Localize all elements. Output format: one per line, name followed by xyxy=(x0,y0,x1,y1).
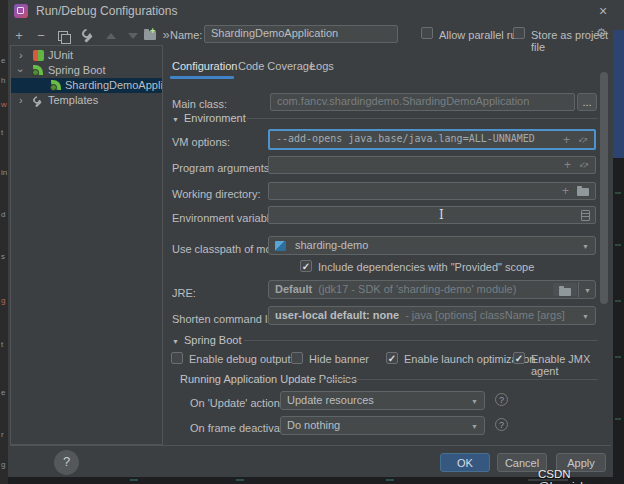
macro-add-icon[interactable]: + xyxy=(562,184,569,199)
underlying-scrollbar-strip xyxy=(613,30,624,158)
text-cursor-ibeam: I xyxy=(439,208,444,223)
underlying-editor-strip: ehw tind sgt erg xyxy=(0,0,8,484)
tab-code-coverage[interactable]: Code Coverage xyxy=(238,60,315,72)
main-class-input[interactable]: com.fancv.shardingdemo.ShardingDemoAppli… xyxy=(270,93,575,111)
on-update-action-select[interactable]: Update resources ▼ xyxy=(280,391,485,410)
vertical-scrollbar[interactable] xyxy=(600,72,608,304)
tree-item-label: Spring Boot xyxy=(48,63,105,78)
working-directory-input[interactable]: + xyxy=(268,182,596,200)
dropdown-arrow-icon: ▼ xyxy=(582,237,589,254)
spring-boot-section-title: Spring Boot xyxy=(184,334,241,346)
shorten-detail: - java [options] className [args] xyxy=(405,309,565,321)
tree-item-junit[interactable]: › JUnit xyxy=(11,48,162,63)
on-frame-deactivation-select[interactable]: Do nothing ▼ xyxy=(280,416,485,435)
store-as-project-file-checkbox[interactable] xyxy=(513,27,525,39)
chevron-down-icon[interactable]: › xyxy=(13,69,28,73)
browse-folder-icon[interactable] xyxy=(577,188,589,196)
move-down-icon[interactable] xyxy=(128,33,138,39)
tree-item-templates[interactable]: › Templates xyxy=(11,93,162,108)
tab-logs[interactable]: Logs xyxy=(310,60,334,72)
new-folder-icon[interactable] xyxy=(144,31,156,40)
jre-browse-button[interactable] xyxy=(553,283,577,296)
jre-value: Default xyxy=(275,283,312,295)
provided-scope-checkbox[interactable]: ✓ xyxy=(300,260,312,272)
tree-item-label: Templates xyxy=(48,93,98,108)
run-debug-configurations-dialog: Run/Debug Configurations × + − » › JUnit… xyxy=(8,0,613,477)
vm-options-label: VM options: xyxy=(172,136,230,148)
help-button[interactable]: ? xyxy=(54,450,79,475)
enable-debug-output-label: Enable debug output xyxy=(189,353,291,365)
classpath-module-select[interactable]: sharding-demo ▼ xyxy=(268,236,596,255)
ok-button[interactable]: OK xyxy=(440,453,490,472)
macro-add-icon[interactable]: + xyxy=(563,132,570,147)
dropdown-arrow-icon: ▼ xyxy=(584,281,591,298)
help-hint-icon[interactable]: ? xyxy=(495,393,508,406)
jre-label: JRE: xyxy=(172,287,196,299)
on-update-action-value: Update resources xyxy=(287,394,374,406)
dialog-titlebar[interactable]: Run/Debug Configurations × xyxy=(8,0,613,22)
tree-item-spring-boot[interactable]: › Spring Boot xyxy=(11,63,162,78)
allow-parallel-run-label: Allow parallel run xyxy=(439,29,523,41)
jre-select[interactable]: Default (jdk17 - SDK of 'sharding-demo' … xyxy=(268,280,596,299)
program-arguments-input[interactable]: + ↗↙ xyxy=(268,156,596,174)
copy-configuration-icon[interactable] xyxy=(58,31,70,42)
underlying-window-strip xyxy=(613,158,624,484)
dropdown-arrow-icon: ▼ xyxy=(471,392,478,409)
remove-configuration-button[interactable]: − xyxy=(33,28,49,44)
watermark: CSDN @hamish-wu xyxy=(538,468,624,484)
classpath-module-value: sharding-demo xyxy=(295,239,368,251)
dropdown-arrow-icon: ▼ xyxy=(471,417,478,434)
help-hint-icon[interactable]: ? xyxy=(495,418,508,431)
shorten-command-line-select[interactable]: user-local default: none - java [options… xyxy=(268,306,596,325)
vm-options-value: --add-opens java.base/java.lang=ALL-UNNA… xyxy=(276,133,535,144)
move-up-icon[interactable] xyxy=(106,33,116,39)
close-icon[interactable]: × xyxy=(594,2,612,20)
gear-icon[interactable]: ⚙ xyxy=(596,26,607,40)
underlying-window-strip xyxy=(8,477,613,484)
chevron-right-icon[interactable]: › xyxy=(19,48,23,63)
run-config-dialog-icon xyxy=(14,4,28,18)
enable-launch-optimization-checkbox[interactable]: ✓ xyxy=(386,352,398,364)
divider xyxy=(10,445,611,446)
section-rule xyxy=(320,379,598,380)
browse-main-class-button[interactable]: ... xyxy=(577,93,597,111)
divider xyxy=(578,282,579,297)
folder-icon xyxy=(559,288,571,296)
environment-section-title: Environment xyxy=(184,112,246,124)
tree-item-shardingdemoapplication[interactable]: ShardingDemoApplication xyxy=(11,78,162,93)
environment-variables-input[interactable]: I xyxy=(268,206,596,224)
configurations-tree: › JUnit › Spring Boot ShardingDemoApplic… xyxy=(10,45,163,445)
section-rule xyxy=(244,340,598,341)
macro-add-icon[interactable]: + xyxy=(564,158,571,173)
browse-variables-icon[interactable] xyxy=(581,210,590,221)
enable-jmx-agent-label: Enable JMX agent xyxy=(531,353,613,377)
on-frame-deactivation-value: Do nothing xyxy=(287,419,340,431)
program-arguments-label: Program arguments: xyxy=(172,162,272,174)
shorten-value: user-local default: none xyxy=(275,309,399,321)
tree-item-label: JUnit xyxy=(48,48,73,63)
edit-defaults-wrench-icon[interactable] xyxy=(81,29,95,43)
enable-jmx-agent-checkbox[interactable]: ✓ xyxy=(513,352,525,364)
expand-field-icon[interactable]: ↗↙ xyxy=(578,135,588,145)
tree-item-label: ShardingDemoApplication xyxy=(65,78,163,93)
name-input[interactable]: ShardingDemoApplication xyxy=(204,25,398,43)
spring-boot-icon xyxy=(33,65,43,75)
dialog-title: Run/Debug Configurations xyxy=(36,4,177,18)
spring-boot-collapse-icon[interactable]: ▼ xyxy=(172,338,179,345)
main-class-label: Main class: xyxy=(172,98,227,110)
dropdown-arrow-icon: ▼ xyxy=(582,307,589,324)
expand-field-icon[interactable]: ↗↙ xyxy=(579,160,589,170)
environment-collapse-icon[interactable]: ▼ xyxy=(172,116,179,123)
tab-configuration[interactable]: Configuration xyxy=(172,60,237,72)
underlying-window-strip xyxy=(613,0,624,30)
enable-debug-output-checkbox[interactable] xyxy=(171,352,183,364)
on-update-action-label: On 'Update' action: xyxy=(190,397,283,409)
templates-wrench-icon xyxy=(32,96,43,107)
vm-options-input[interactable]: --add-opens java.base/java.lang=ALL-UNNA… xyxy=(268,129,596,150)
add-configuration-button[interactable]: + xyxy=(11,28,27,44)
hide-banner-checkbox[interactable] xyxy=(291,352,303,364)
chevron-right-icon[interactable]: › xyxy=(19,93,23,108)
allow-parallel-run-checkbox[interactable] xyxy=(421,27,433,39)
name-label: Name: xyxy=(170,29,202,41)
module-icon xyxy=(275,241,286,251)
